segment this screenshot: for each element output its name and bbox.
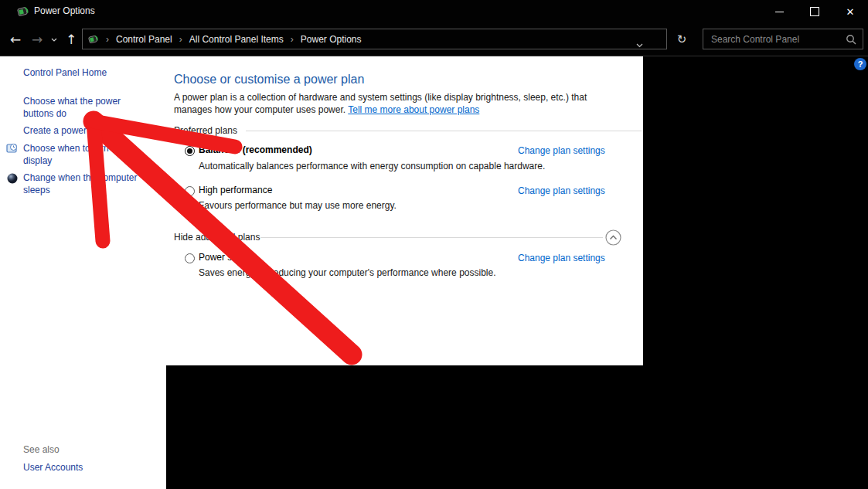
- power-options-window: Power Options ✕ ← → ↑ › Control Panel › …: [0, 0, 868, 489]
- breadcrumb-all-items[interactable]: All Control Panel Items: [189, 34, 284, 45]
- page-title: Choose or customise a power plan: [174, 73, 364, 87]
- recent-pages-dropdown[interactable]: [47, 23, 61, 56]
- preferred-plans-label: Preferred plans: [174, 125, 237, 136]
- search-box: [703, 29, 863, 49]
- navigation-bar: ← → ↑ › Control Panel › All Control Pane…: [0, 23, 868, 56]
- radio-high-performance[interactable]: [185, 186, 195, 196]
- refresh-button[interactable]: ↻: [671, 23, 693, 56]
- power-options-app-icon: [17, 5, 29, 18]
- radio-power-saver[interactable]: [185, 253, 195, 263]
- title-bar: Power Options ✕: [0, 0, 868, 24]
- breadcrumb-separator-icon: ›: [106, 34, 109, 45]
- plan-description-high-performance: Favours performance but may use more ene…: [199, 200, 397, 211]
- help-button[interactable]: ?: [854, 58, 866, 70]
- collapse-plans-button[interactable]: [605, 229, 621, 246]
- maximize-icon: [810, 7, 819, 16]
- close-button[interactable]: ✕: [832, 0, 868, 23]
- sidebar-item-power-buttons[interactable]: Choose what the power buttons do: [23, 95, 151, 120]
- change-plan-settings-power-saver[interactable]: Change plan settings: [518, 253, 605, 263]
- sidebar-item-turn-off-display[interactable]: Choose when to turn off the display: [23, 142, 156, 167]
- refresh-icon: ↻: [677, 32, 687, 46]
- sidebar-item-create-power-plan[interactable]: Create a power plan: [23, 124, 151, 137]
- back-arrow-icon: ←: [10, 32, 21, 47]
- plan-label-balanced[interactable]: Balanced (recommended): [199, 144, 312, 155]
- address-bar[interactable]: › Control Panel › All Control Panel Item…: [82, 29, 667, 49]
- plan-description-power-saver: Saves energy by reducing your computer's…: [199, 267, 496, 278]
- plan-description-balanced: Automatically balances performance with …: [199, 161, 545, 171]
- close-icon: ✕: [846, 7, 855, 17]
- up-arrow-icon: ↑: [66, 32, 77, 47]
- hide-additional-plans-label: Hide additional plans: [174, 232, 260, 243]
- search-input[interactable]: [703, 29, 842, 49]
- separator-line: [260, 237, 603, 238]
- sleep-moon-icon: [6, 172, 19, 185]
- plan-label-power-saver[interactable]: Power saver: [199, 252, 250, 263]
- separator-line: [246, 131, 642, 131]
- plan-label-high-performance[interactable]: High performance: [199, 185, 272, 195]
- breadcrumb-separator-icon: ›: [291, 34, 294, 45]
- change-plan-settings-high-performance[interactable]: Change plan settings: [518, 185, 605, 196]
- maximize-button[interactable]: [797, 0, 832, 23]
- minimize-button[interactable]: [761, 0, 797, 23]
- sidebar-item-user-accounts[interactable]: User Accounts: [23, 462, 83, 473]
- up-button[interactable]: ↑: [62, 23, 80, 56]
- sidebar-item-control-panel-home[interactable]: Control Panel Home: [23, 67, 107, 78]
- change-plan-settings-balanced[interactable]: Change plan settings: [518, 145, 605, 156]
- forward-button[interactable]: →: [28, 23, 46, 56]
- sidebar-item-computer-sleeps[interactable]: Change when the computer sleeps: [23, 171, 156, 196]
- tell-me-more-link[interactable]: Tell me more about power plans: [348, 104, 479, 115]
- window-title: Power Options: [34, 5, 95, 16]
- breadcrumb-control-panel[interactable]: Control Panel: [116, 34, 172, 45]
- back-button[interactable]: ←: [6, 23, 25, 56]
- intro-paragraph: A power plan is a collection of hardware…: [174, 91, 626, 116]
- breadcrumb-power-options[interactable]: Power Options: [301, 34, 362, 45]
- forward-arrow-icon: →: [32, 32, 43, 47]
- radio-balanced[interactable]: [185, 146, 195, 156]
- chevron-down-icon: [51, 38, 57, 42]
- see-also-heading: See also: [23, 444, 60, 455]
- chevron-down-icon: [636, 43, 643, 48]
- search-icon[interactable]: [846, 34, 856, 45]
- breadcrumb-separator-icon: ›: [179, 34, 182, 45]
- minimize-icon: [775, 12, 784, 12]
- display-clock-icon: [6, 143, 19, 155]
- power-options-breadcrumb-icon: [88, 34, 99, 45]
